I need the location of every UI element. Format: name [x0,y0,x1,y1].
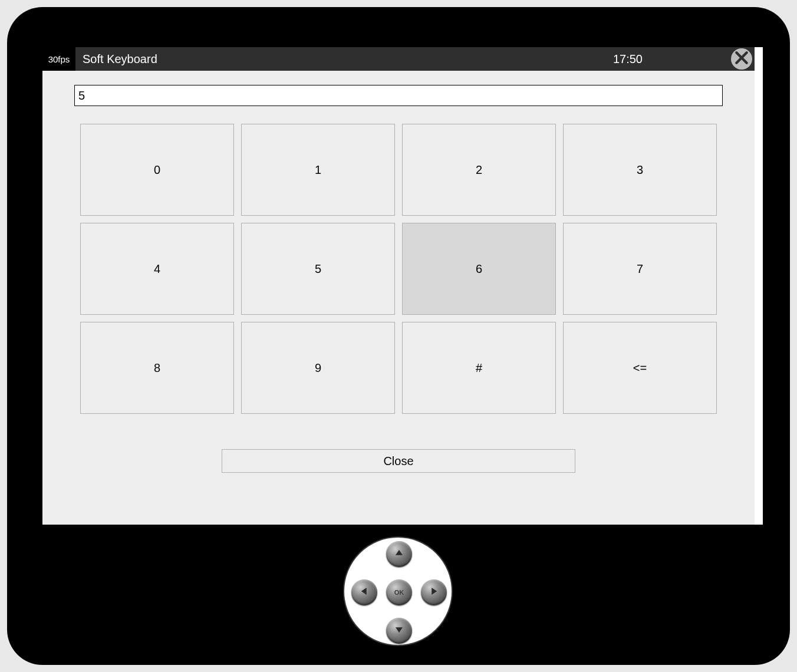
key-4[interactable]: 4 [80,223,234,315]
dpad-ok-label: OK [394,589,404,596]
dpad-ok-button[interactable]: OK [386,579,412,605]
dpad-up-button[interactable] [386,541,412,567]
dpad-down-button[interactable] [386,618,412,644]
dpad: OK [343,536,453,646]
screen: 30fps Soft Keyboard 17:50 5 0 1 2 3 4 5 … [42,47,755,525]
key-9[interactable]: 9 [241,322,395,414]
keypad: 0 1 2 3 4 5 6 7 8 9 # <= [80,124,717,414]
key-6[interactable]: 6 [402,223,556,315]
key-1[interactable]: 1 [241,124,395,216]
close-row: Close [42,449,755,473]
key-3[interactable]: 3 [563,124,717,216]
scrollbar[interactable] [755,47,763,525]
key-2[interactable]: 2 [402,124,556,216]
arrow-right-icon [429,586,439,599]
key-5[interactable]: 5 [241,223,395,315]
close-icon [734,50,749,68]
titlebar: 30fps Soft Keyboard 17:50 [42,47,755,71]
clock: 17:50 [613,47,643,71]
dpad-left-button[interactable] [351,579,377,605]
input-row: 5 [74,85,723,106]
arrow-down-icon [394,624,404,637]
dpad-right-button[interactable] [421,579,447,605]
arrow-up-icon [394,548,404,561]
key-backspace[interactable]: <= [563,322,717,414]
value-input[interactable]: 5 [74,85,723,106]
fps-badge: 30fps [42,47,75,71]
close-button[interactable] [731,48,752,70]
key-7[interactable]: 7 [563,223,717,315]
device-frame: 30fps Soft Keyboard 17:50 5 0 1 2 3 4 5 … [7,7,790,665]
key-0[interactable]: 0 [80,124,234,216]
key-8[interactable]: 8 [80,322,234,414]
key-hash[interactable]: # [402,322,556,414]
page-title: Soft Keyboard [83,52,157,66]
close-keyboard-button[interactable]: Close [222,449,575,473]
arrow-left-icon [359,586,370,599]
